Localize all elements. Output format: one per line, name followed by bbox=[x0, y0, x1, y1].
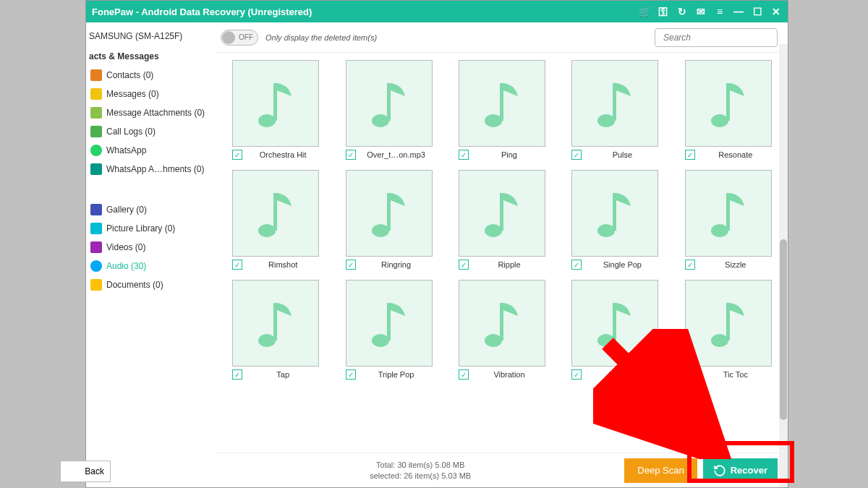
sidebar-item-docs[interactable]: Documents (0) bbox=[89, 275, 213, 294]
sidebar-item-gallery[interactable]: Gallery (0) bbox=[89, 200, 213, 219]
window-controls: 🛒 ⚿ ↻ ✉ ≡ — ☐ ✕ bbox=[639, 6, 782, 17]
file-checkbox[interactable]: ✓ bbox=[459, 260, 469, 270]
svg-point-0 bbox=[660, 37, 660, 38]
sidebar-item-label: WhatsApp A…hments (0) bbox=[106, 164, 204, 174]
stats: Total: 30 item(s) 5.08 MB selected: 26 i… bbox=[216, 460, 624, 481]
maximize-icon[interactable]: ☐ bbox=[752, 6, 763, 17]
sidebar-item-attach[interactable]: Message Attachments (0) bbox=[89, 103, 213, 122]
svg-rect-21 bbox=[726, 193, 730, 231]
deep-scan-button[interactable]: Deep Scan bbox=[624, 458, 697, 483]
file-checkbox[interactable]: ✓ bbox=[571, 260, 582, 270]
svg-rect-27 bbox=[500, 303, 503, 341]
file-item[interactable]: ✓Whistle bbox=[564, 280, 665, 380]
svg-rect-25 bbox=[387, 303, 391, 341]
file-checkbox[interactable]: ✓ bbox=[685, 150, 695, 160]
videos-icon bbox=[90, 241, 102, 253]
file-item[interactable]: ✓Ping bbox=[451, 60, 553, 160]
sidebar-item-piclib[interactable]: Picture Library (0) bbox=[89, 219, 213, 238]
svg-point-24 bbox=[372, 334, 389, 347]
file-item[interactable]: ✓Orchestra Hit bbox=[225, 60, 326, 160]
file-checkbox[interactable]: ✓ bbox=[459, 369, 469, 380]
deleted-only-toggle[interactable]: OFF bbox=[221, 30, 258, 46]
search-input[interactable] bbox=[663, 33, 773, 43]
file-name: Pulse bbox=[586, 150, 658, 159]
sidebar-item-videos[interactable]: Videos (0) bbox=[89, 238, 213, 257]
sidebar-item-messages[interactable]: Messages (0) bbox=[89, 85, 213, 103]
piclib-icon bbox=[90, 223, 102, 234]
file-item[interactable]: ✓Rimshot bbox=[225, 170, 326, 270]
feedback-icon[interactable]: ✉ bbox=[695, 6, 707, 17]
file-name: Whistle bbox=[586, 370, 658, 379]
stats-total: Total: 30 item(s) 5.08 MB bbox=[216, 460, 624, 470]
device-name: SAMSUNG (SM-A125F) bbox=[89, 28, 213, 48]
file-checkbox[interactable]: ✓ bbox=[346, 260, 356, 270]
file-item[interactable]: ✓Tap bbox=[225, 280, 326, 380]
sidebar-item-waattach[interactable]: WhatsApp A…hments (0) bbox=[89, 160, 213, 179]
sidebar-item-label: Messages (0) bbox=[106, 89, 159, 99]
attach-icon bbox=[90, 107, 102, 119]
file-item[interactable]: ✓Single Pop bbox=[564, 170, 665, 270]
svg-point-10 bbox=[711, 114, 728, 127]
sidebar-item-audio[interactable]: Audio (30) bbox=[89, 257, 213, 275]
scrollbar[interactable] bbox=[779, 44, 788, 487]
file-checkbox[interactable]: ✓ bbox=[232, 369, 242, 380]
svg-point-6 bbox=[485, 114, 502, 127]
back-button[interactable]: Back bbox=[60, 461, 111, 482]
calllog-icon bbox=[90, 126, 102, 137]
svg-rect-7 bbox=[500, 83, 503, 121]
file-item[interactable]: ✓Triple Pop bbox=[338, 280, 439, 380]
gallery-icon bbox=[90, 204, 102, 215]
app-window: FonePaw - Android Data Recovery (Unregis… bbox=[85, 0, 788, 488]
file-item[interactable]: ✓Vibration bbox=[451, 280, 553, 380]
file-checkbox[interactable]: ✓ bbox=[571, 369, 582, 380]
sidebar-item-label: Documents (0) bbox=[106, 280, 163, 290]
sidebar-item-label: Videos (0) bbox=[106, 242, 145, 252]
file-checkbox[interactable]: ✓ bbox=[232, 260, 242, 270]
file-item[interactable]: ✓Ripple bbox=[451, 170, 553, 270]
file-checkbox[interactable]: ✓ bbox=[232, 150, 242, 160]
key-icon[interactable]: ⚿ bbox=[658, 6, 669, 17]
cart-icon[interactable]: 🛒 bbox=[639, 6, 650, 17]
svg-point-4 bbox=[372, 114, 389, 127]
audio-thumbnail bbox=[459, 280, 545, 367]
file-item[interactable]: ✓Ringring bbox=[338, 170, 439, 270]
search-box[interactable] bbox=[655, 28, 778, 47]
stats-selected: selected: 26 item(s) 5.03 MB bbox=[216, 471, 624, 481]
file-item[interactable]: ✓Resonate bbox=[678, 60, 779, 160]
scrollbar-thumb[interactable] bbox=[780, 239, 787, 420]
close-icon[interactable]: ✕ bbox=[770, 6, 782, 17]
file-checkbox[interactable]: ✓ bbox=[685, 369, 695, 380]
file-checkbox[interactable]: ✓ bbox=[459, 150, 469, 160]
sidebar-item-calllog[interactable]: Call Logs (0) bbox=[89, 122, 213, 141]
file-name: Resonate bbox=[699, 150, 772, 159]
update-icon[interactable]: ↻ bbox=[676, 6, 688, 17]
menu-icon[interactable]: ≡ bbox=[714, 6, 726, 17]
svg-point-14 bbox=[372, 224, 389, 237]
file-item[interactable]: ✓Pulse bbox=[564, 60, 665, 160]
svg-rect-5 bbox=[387, 83, 391, 121]
docs-icon bbox=[90, 279, 102, 291]
file-grid-wrap[interactable]: ✓Orchestra Hit✓Over_t…on.mp3✓Ping✓Pulse✓… bbox=[216, 53, 788, 453]
file-name: Ripple bbox=[473, 260, 545, 269]
file-item[interactable]: ✓Over_t…on.mp3 bbox=[338, 60, 439, 160]
sidebar-item-contacts[interactable]: Contacts (0) bbox=[89, 66, 213, 85]
file-checkbox[interactable]: ✓ bbox=[571, 150, 582, 160]
sidebar-item-label: Picture Library (0) bbox=[106, 223, 175, 234]
file-checkbox[interactable]: ✓ bbox=[685, 260, 695, 270]
sidebar-item-label: Contacts (0) bbox=[106, 70, 153, 80]
sidebar-item-whatsapp[interactable]: WhatsApp bbox=[89, 141, 213, 160]
minimize-icon[interactable]: — bbox=[733, 6, 744, 17]
audio-thumbnail bbox=[571, 60, 658, 147]
file-name: Triple Pop bbox=[360, 370, 433, 379]
file-name: Over_t…on.mp3 bbox=[360, 150, 433, 159]
svg-rect-19 bbox=[613, 193, 616, 231]
file-item[interactable]: ✓Sizzle bbox=[678, 170, 779, 270]
file-checkbox[interactable]: ✓ bbox=[346, 150, 356, 160]
svg-point-2 bbox=[258, 114, 276, 127]
file-checkbox[interactable]: ✓ bbox=[346, 369, 356, 380]
audio-thumbnail bbox=[346, 280, 433, 367]
svg-point-8 bbox=[597, 114, 615, 127]
svg-point-30 bbox=[711, 334, 728, 347]
file-item[interactable]: ✓Tic Toc bbox=[678, 280, 779, 380]
whatsapp-icon bbox=[90, 145, 102, 156]
